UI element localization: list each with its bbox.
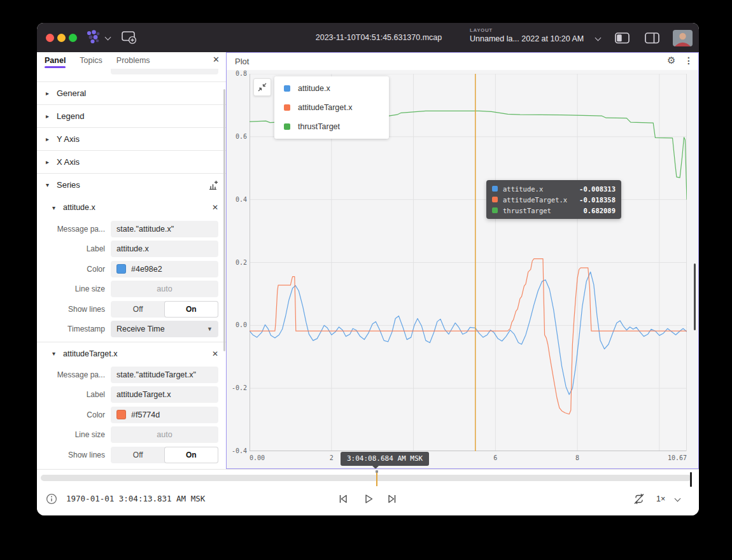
show-lines-on-button[interactable]: On: [165, 302, 218, 317]
plot-legend: attitude.x attitudeTarget.x thrustTarget: [274, 76, 389, 139]
remove-series-icon[interactable]: ✕: [212, 203, 218, 212]
avatar[interactable]: [673, 30, 693, 46]
series-line-attitude.x: [250, 272, 687, 395]
x-tick-label: 2: [330, 454, 334, 461]
message-path-label: Message pa...: [37, 370, 111, 379]
message-path-label: Message pa...: [37, 225, 111, 234]
x-tick-label: 8: [575, 454, 579, 461]
chart-region: attitude.x attitudeTarget.x thrustTarget…: [227, 70, 698, 468]
message-path-input[interactable]: state."attitudeTarget.x": [111, 367, 218, 383]
minimize-window-button[interactable]: [57, 34, 66, 42]
logo-chevron-down-icon[interactable]: [105, 34, 111, 41]
show-lines-off-button[interactable]: Off: [111, 302, 165, 317]
chevron-right-icon: ▸: [46, 90, 52, 97]
panel-title-input[interactable]: Plot: [111, 69, 218, 74]
chart-hover-tooltip: attitude.x -0.008313 attitudeTarget.x -0…: [486, 180, 621, 219]
zoom-window-button[interactable]: [69, 34, 77, 42]
series-card-header-attitude-x[interactable]: ▾ attitude.x ✕: [37, 196, 226, 219]
color-swatch[interactable]: [116, 410, 126, 419]
legend-swatch: [284, 123, 290, 130]
section-general[interactable]: ▸ General: [37, 81, 226, 104]
series-card-header-attitude-target-x[interactable]: ▾ attitudeTarget.x ✕: [37, 342, 226, 365]
add-series-icon[interactable]: [208, 180, 218, 190]
panel-settings-gear-icon[interactable]: ⚙: [667, 55, 675, 66]
active-tab-underline: [45, 66, 66, 68]
legend-item-attitude-x[interactable]: attitude.x: [274, 79, 389, 98]
timestamp-label: Timestamp: [37, 325, 111, 333]
y-tick-label: 0.0: [227, 321, 247, 328]
info-icon[interactable]: [46, 493, 57, 505]
close-window-button[interactable]: [46, 34, 54, 42]
playback-timestamp[interactable]: 1970-01-01 3:04:13.831 AM MSK: [66, 494, 205, 503]
x-tick-label: 10.67: [668, 454, 687, 461]
data-source-title[interactable]: 2023-11-10T04:51:45.631370.mcap: [316, 33, 442, 42]
title-field-row-clipped: Title Plot: [37, 69, 226, 81]
message-path-input[interactable]: state."attitude.x": [111, 221, 218, 237]
section-x-axis[interactable]: ▸ X Axis: [37, 150, 226, 173]
tab-problems[interactable]: Problems: [116, 56, 150, 65]
show-lines-toggle: Off On: [111, 447, 218, 463]
section-label: Legend: [57, 111, 84, 121]
playback-scrubber-track[interactable]: [41, 475, 691, 481]
sidebar-scrollbar[interactable]: [223, 89, 225, 351]
legend-swatch: [284, 104, 290, 111]
line-size-input[interactable]: auto: [111, 281, 218, 297]
seek-forward-button[interactable]: [386, 493, 398, 505]
tooltip-swatch: [492, 197, 498, 202]
line-size-input[interactable]: auto: [111, 426, 218, 443]
plot-panel[interactable]: Plot ⚙ ⋮ attitude.x attitudeTarget.x: [226, 52, 699, 469]
color-hex: #4e98e2: [131, 265, 162, 274]
panel-title: Plot: [235, 57, 249, 66]
plot-scrollbar[interactable]: [694, 263, 696, 330]
layout-label: LAYOUT: [470, 27, 603, 33]
color-input[interactable]: #f5774d: [111, 407, 218, 423]
legend-item-thrust-target[interactable]: thrustTarget: [274, 117, 389, 136]
color-swatch[interactable]: [116, 264, 126, 274]
show-lines-label: Show lines: [37, 451, 111, 459]
color-input[interactable]: #4e98e2: [111, 261, 218, 277]
play-button[interactable]: [362, 493, 375, 505]
series-name: attitude.x: [63, 203, 95, 212]
right-sidebar-toggle-icon[interactable]: [645, 32, 660, 44]
show-lines-off-button[interactable]: Off: [111, 447, 165, 463]
x-tick-label: 6: [493, 454, 497, 461]
playback-speed[interactable]: 1×: [656, 494, 665, 503]
panel-menu-dots-icon[interactable]: ⋮: [684, 55, 693, 66]
seek-backward-button[interactable]: [337, 493, 349, 505]
app-logo-icon[interactable]: [85, 29, 101, 45]
tab-panel[interactable]: Panel: [45, 56, 66, 65]
line-size-label: Line size: [37, 430, 111, 439]
label-input[interactable]: attitudeTarget.x: [111, 386, 218, 403]
remove-series-icon[interactable]: ✕: [212, 349, 218, 358]
layout-selector[interactable]: LAYOUT Unnamed la... 2022 at 10:20 AM: [470, 27, 603, 43]
playback-bar: 1970-01-01 3:04:13.831 AM MSK 1×: [37, 469, 699, 515]
add-panel-icon[interactable]: [121, 31, 137, 45]
show-lines-on-button[interactable]: On: [165, 447, 218, 463]
tab-topics[interactable]: Topics: [80, 56, 102, 65]
series-card-attitude-x: Message pa... state."attitude.x" Label a…: [37, 219, 226, 339]
legend-collapse-button[interactable]: [253, 78, 271, 96]
label-input[interactable]: attitude.x: [111, 241, 218, 257]
section-y-axis[interactable]: ▸ Y Axis: [37, 127, 226, 150]
y-tick-label: 0.2: [227, 259, 247, 266]
playhead-handle[interactable]: [376, 473, 378, 486]
section-legend[interactable]: ▸ Legend: [37, 104, 226, 127]
loop-off-icon[interactable]: [633, 493, 645, 505]
legend-item-attitude-target-x[interactable]: attitudeTarget.x: [274, 98, 389, 117]
color-hex: #f5774d: [131, 410, 160, 419]
tooltip-swatch: [492, 207, 498, 213]
section-series[interactable]: ▾ Series: [37, 173, 226, 196]
line-size-label: Line size: [37, 284, 111, 293]
scrubber-time-tooltip: 3:04:08.684 AM MSK: [341, 452, 429, 466]
chevron-down-icon: ▾: [52, 204, 58, 211]
timestamp-select[interactable]: Receive Time ▼: [111, 321, 218, 337]
left-sidebar-toggle-icon[interactable]: [615, 32, 630, 44]
close-sidebar-icon[interactable]: ✕: [213, 55, 220, 64]
playback-position-marker[interactable]: [376, 470, 379, 487]
y-tick-label: 0.4: [227, 196, 247, 203]
color-field-label: Color: [37, 410, 111, 419]
chevron-right-icon: ▸: [46, 136, 52, 143]
speed-chevron-down-icon[interactable]: [675, 496, 681, 502]
tooltip-row: attitude.x -0.008313: [492, 183, 616, 194]
tooltip-series-name: attitudeTarget.x: [503, 196, 579, 204]
